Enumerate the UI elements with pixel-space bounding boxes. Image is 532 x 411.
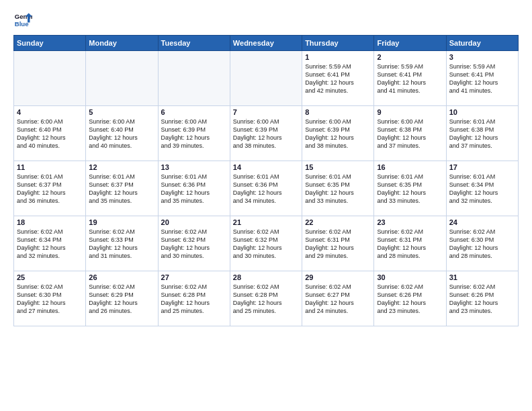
calendar-cell: 10Sunrise: 6:01 AMSunset: 6:38 PMDayligh… [446, 106, 518, 161]
day-number: 17 [449, 163, 515, 171]
cell-content: Sunrise: 6:02 AMSunset: 6:27 PMDaylight:… [305, 283, 371, 316]
day-number: 4 [17, 108, 83, 116]
calendar-cell [230, 51, 302, 106]
cell-content: Sunrise: 6:02 AMSunset: 6:30 PMDaylight:… [449, 228, 515, 261]
page: General Blue SundayMondayTuesdayWednesda… [0, 0, 532, 411]
calendar-row-4: 25Sunrise: 6:02 AMSunset: 6:30 PMDayligh… [14, 271, 519, 326]
cell-content: Sunrise: 6:02 AMSunset: 6:30 PMDaylight:… [17, 283, 83, 316]
cell-content: Sunrise: 5:59 AMSunset: 6:41 PMDaylight:… [449, 62, 515, 95]
cell-content: Sunrise: 6:00 AMSunset: 6:40 PMDaylight:… [17, 118, 83, 150]
day-number: 29 [305, 273, 371, 281]
day-number: 9 [377, 108, 443, 116]
calendar-cell: 28Sunrise: 6:02 AMSunset: 6:28 PMDayligh… [230, 271, 302, 326]
day-number: 20 [161, 218, 227, 226]
day-number: 21 [233, 218, 299, 226]
cell-content: Sunrise: 6:02 AMSunset: 6:31 PMDaylight:… [305, 228, 371, 261]
day-number: 14 [233, 163, 299, 171]
calendar-row-0: 1Sunrise: 5:59 AMSunset: 6:41 PMDaylight… [14, 51, 519, 106]
calendar-cell: 9Sunrise: 6:00 AMSunset: 6:38 PMDaylight… [374, 106, 446, 161]
cell-content: Sunrise: 6:00 AMSunset: 6:40 PMDaylight:… [89, 118, 154, 150]
weekday-header-monday: Monday [86, 36, 158, 51]
weekday-header-tuesday: Tuesday [158, 36, 230, 51]
cell-content: Sunrise: 6:02 AMSunset: 6:26 PMDaylight:… [449, 283, 515, 316]
calendar-cell: 17Sunrise: 6:01 AMSunset: 6:34 PMDayligh… [446, 161, 518, 216]
calendar-row-2: 11Sunrise: 6:01 AMSunset: 6:37 PMDayligh… [14, 161, 519, 216]
calendar-cell: 16Sunrise: 6:01 AMSunset: 6:35 PMDayligh… [374, 161, 446, 216]
calendar-cell: 2Sunrise: 5:59 AMSunset: 6:41 PMDaylight… [374, 51, 446, 106]
day-number: 10 [449, 108, 515, 116]
day-number: 6 [161, 108, 227, 116]
day-number: 31 [449, 273, 515, 281]
calendar-row-1: 4Sunrise: 6:00 AMSunset: 6:40 PMDaylight… [14, 106, 519, 161]
cell-content: Sunrise: 6:02 AMSunset: 6:32 PMDaylight:… [161, 228, 227, 261]
calendar-cell: 30Sunrise: 6:02 AMSunset: 6:26 PMDayligh… [374, 271, 446, 326]
calendar-cell: 3Sunrise: 5:59 AMSunset: 6:41 PMDaylight… [446, 51, 518, 106]
cell-content: Sunrise: 6:01 AMSunset: 6:37 PMDaylight:… [17, 173, 83, 205]
cell-content: Sunrise: 6:02 AMSunset: 6:28 PMDaylight:… [233, 283, 299, 316]
cell-content: Sunrise: 5:59 AMSunset: 6:41 PMDaylight:… [377, 62, 443, 95]
day-number: 30 [377, 273, 443, 281]
cell-content: Sunrise: 6:01 AMSunset: 6:35 PMDaylight:… [305, 173, 371, 205]
day-number: 25 [17, 273, 83, 281]
cell-content: Sunrise: 6:00 AMSunset: 6:38 PMDaylight:… [377, 118, 443, 150]
svg-text:Blue: Blue [15, 20, 29, 28]
cell-content: Sunrise: 6:01 AMSunset: 6:37 PMDaylight:… [89, 173, 154, 205]
calendar-cell: 26Sunrise: 6:02 AMSunset: 6:29 PMDayligh… [86, 271, 158, 326]
calendar-cell: 24Sunrise: 6:02 AMSunset: 6:30 PMDayligh… [446, 216, 518, 271]
weekday-header-row: SundayMondayTuesdayWednesdayThursdayFrid… [14, 36, 519, 51]
calendar-cell: 15Sunrise: 6:01 AMSunset: 6:35 PMDayligh… [302, 161, 374, 216]
cell-content: Sunrise: 6:00 AMSunset: 6:39 PMDaylight:… [161, 118, 227, 150]
calendar-cell: 4Sunrise: 6:00 AMSunset: 6:40 PMDaylight… [14, 106, 86, 161]
calendar-cell: 8Sunrise: 6:00 AMSunset: 6:39 PMDaylight… [302, 106, 374, 161]
calendar-cell: 19Sunrise: 6:02 AMSunset: 6:33 PMDayligh… [86, 216, 158, 271]
cell-content: Sunrise: 6:01 AMSunset: 6:34 PMDaylight:… [449, 173, 515, 205]
cell-content: Sunrise: 6:01 AMSunset: 6:38 PMDaylight:… [449, 118, 515, 150]
weekday-header-thursday: Thursday [302, 36, 374, 51]
calendar-cell: 29Sunrise: 6:02 AMSunset: 6:27 PMDayligh… [302, 271, 374, 326]
day-number: 19 [89, 218, 154, 226]
calendar-row-3: 18Sunrise: 6:02 AMSunset: 6:34 PMDayligh… [14, 216, 519, 271]
cell-content: Sunrise: 6:01 AMSunset: 6:36 PMDaylight:… [233, 173, 299, 205]
calendar-cell: 14Sunrise: 6:01 AMSunset: 6:36 PMDayligh… [230, 161, 302, 216]
day-number: 27 [161, 273, 227, 281]
day-number: 15 [305, 163, 371, 171]
calendar-cell [158, 51, 230, 106]
calendar-cell: 11Sunrise: 6:01 AMSunset: 6:37 PMDayligh… [14, 161, 86, 216]
day-number: 23 [377, 218, 443, 226]
day-number: 26 [89, 273, 154, 281]
day-number: 22 [305, 218, 371, 226]
day-number: 13 [161, 163, 227, 171]
cell-content: Sunrise: 6:02 AMSunset: 6:32 PMDaylight:… [233, 228, 299, 261]
day-number: 18 [17, 218, 83, 226]
weekday-header-saturday: Saturday [446, 36, 518, 51]
calendar-table: SundayMondayTuesdayWednesdayThursdayFrid… [13, 35, 519, 326]
day-number: 11 [17, 163, 83, 171]
day-number: 24 [449, 218, 515, 226]
calendar-cell: 22Sunrise: 6:02 AMSunset: 6:31 PMDayligh… [302, 216, 374, 271]
day-number: 1 [305, 53, 371, 61]
day-number: 12 [89, 163, 154, 171]
cell-content: Sunrise: 6:02 AMSunset: 6:31 PMDaylight:… [377, 228, 443, 261]
cell-content: Sunrise: 6:02 AMSunset: 6:28 PMDaylight:… [161, 283, 227, 316]
calendar-cell: 25Sunrise: 6:02 AMSunset: 6:30 PMDayligh… [14, 271, 86, 326]
day-number: 28 [233, 273, 299, 281]
cell-content: Sunrise: 6:02 AMSunset: 6:34 PMDaylight:… [17, 228, 83, 261]
cell-content: Sunrise: 6:01 AMSunset: 6:36 PMDaylight:… [161, 173, 227, 205]
calendar-cell: 12Sunrise: 6:01 AMSunset: 6:37 PMDayligh… [86, 161, 158, 216]
calendar-cell: 27Sunrise: 6:02 AMSunset: 6:28 PMDayligh… [158, 271, 230, 326]
logo: General Blue [13, 11, 35, 30]
header: General Blue [13, 11, 519, 30]
calendar-cell: 7Sunrise: 6:00 AMSunset: 6:39 PMDaylight… [230, 106, 302, 161]
day-number: 3 [449, 53, 515, 61]
calendar-cell: 1Sunrise: 5:59 AMSunset: 6:41 PMDaylight… [302, 51, 374, 106]
day-number: 8 [305, 108, 371, 116]
calendar-cell: 5Sunrise: 6:00 AMSunset: 6:40 PMDaylight… [86, 106, 158, 161]
calendar-cell: 21Sunrise: 6:02 AMSunset: 6:32 PMDayligh… [230, 216, 302, 271]
calendar-cell: 20Sunrise: 6:02 AMSunset: 6:32 PMDayligh… [158, 216, 230, 271]
calendar-cell: 18Sunrise: 6:02 AMSunset: 6:34 PMDayligh… [14, 216, 86, 271]
cell-content: Sunrise: 6:00 AMSunset: 6:39 PMDaylight:… [233, 118, 299, 150]
day-number: 7 [233, 108, 299, 116]
calendar-cell [14, 51, 86, 106]
cell-content: Sunrise: 6:02 AMSunset: 6:29 PMDaylight:… [89, 283, 154, 316]
calendar-cell: 23Sunrise: 6:02 AMSunset: 6:31 PMDayligh… [374, 216, 446, 271]
